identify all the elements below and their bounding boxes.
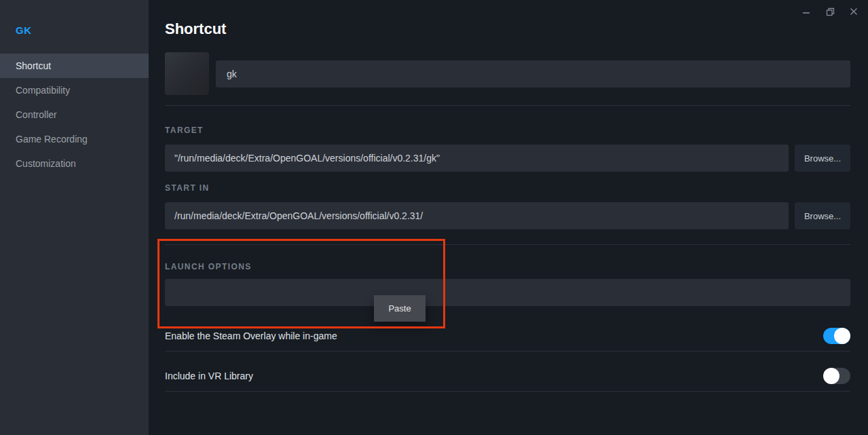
window-controls [797, 3, 863, 20]
sidebar-item-label: Controller [16, 109, 57, 120]
sidebar-item-label: Compatibility [16, 85, 70, 96]
shortcut-name-input[interactable] [216, 60, 850, 88]
shortcut-icon-thumbnail[interactable] [165, 52, 209, 95]
launch-options-input[interactable] [165, 279, 850, 306]
sidebar: GK Shortcut Compatibility Controller Gam… [0, 0, 149, 435]
shortcut-name-row [165, 52, 850, 95]
target-row: Browse... [165, 145, 850, 172]
shortcut-properties-panel: Shortcut TARGET Browse... START IN Brows… [149, 0, 868, 435]
toggle-knob [834, 328, 850, 344]
sidebar-nav: Shortcut Compatibility Controller Game R… [0, 54, 149, 176]
divider [165, 105, 850, 106]
divider [165, 244, 850, 245]
close-icon[interactable] [845, 3, 863, 20]
sidebar-item-label: Shortcut [16, 60, 51, 71]
sidebar-item-compatibility[interactable]: Compatibility [0, 78, 149, 102]
target-input[interactable] [165, 145, 789, 172]
page-title: Shortcut [165, 20, 850, 38]
steam-overlay-row: Enable the Steam Overlay while in-game [165, 328, 850, 352]
target-label: TARGET [165, 126, 850, 135]
vr-library-row: Include in VR Library [165, 352, 850, 392]
start-in-browse-button[interactable]: Browse... [795, 202, 850, 229]
steam-overlay-label: Enable the Steam Overlay while in-game [165, 330, 337, 341]
sidebar-item-customization[interactable]: Customization [0, 151, 149, 176]
start-in-label: START IN [165, 183, 850, 193]
toggle-knob [823, 368, 839, 384]
start-in-input[interactable] [165, 202, 789, 229]
sidebar-item-shortcut[interactable]: Shortcut [0, 54, 149, 78]
sidebar-item-controller[interactable]: Controller [0, 102, 149, 127]
sidebar-item-label: Customization [16, 158, 76, 169]
shortcut-name-heading: GK [16, 24, 149, 36]
vr-library-label: Include in VR Library [165, 371, 253, 381]
steam-overlay-toggle[interactable] [823, 328, 850, 344]
vr-library-toggle[interactable] [823, 368, 850, 384]
minimize-icon[interactable] [797, 3, 815, 20]
context-menu-paste[interactable]: Paste [374, 295, 426, 322]
sidebar-item-label: Game Recording [16, 134, 88, 145]
restore-icon[interactable] [821, 3, 839, 20]
launch-options-label: LAUNCH OPTIONS [165, 262, 850, 271]
sidebar-item-game-recording[interactable]: Game Recording [0, 127, 149, 151]
target-browse-button[interactable]: Browse... [795, 145, 850, 172]
start-in-row: Browse... [165, 202, 850, 229]
